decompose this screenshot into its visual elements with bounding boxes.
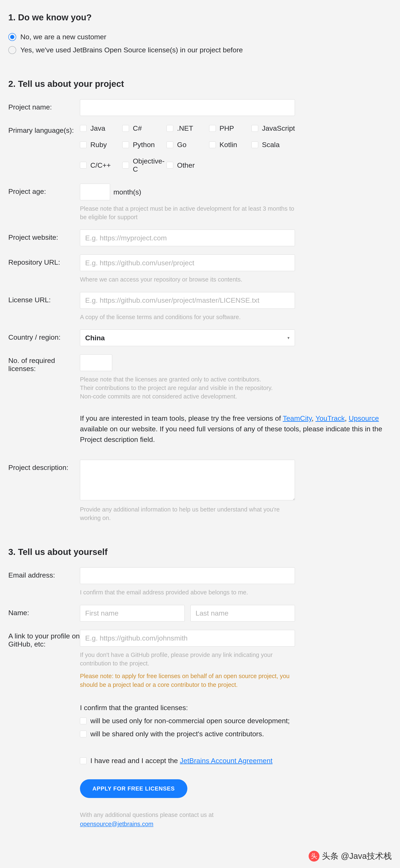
team-tools-note: If you are interested in team tools, ple… [80, 413, 386, 445]
checkbox-label: Scala [262, 141, 279, 149]
watermark: 头条 @Java技术栈 [309, 850, 392, 862]
confirm-noncommercial-checkbox[interactable]: will be used only for non-commercial ope… [80, 717, 295, 725]
agreement-text: I have read and I accept the JetBrains A… [90, 757, 272, 765]
num-licenses-input[interactable] [80, 354, 112, 371]
teamcity-link[interactable]: TeamCity [282, 414, 311, 422]
confirm-heading: I confirm that the granted licenses: [80, 704, 295, 712]
checkbox-icon [252, 142, 258, 148]
contact-info: With any additional questions please con… [80, 810, 295, 829]
checkbox-label: C# [133, 124, 142, 132]
profile-label: A link to your profile on GitHub, etc: [8, 630, 80, 648]
checkbox-label: Python [133, 141, 155, 149]
project-age-label: Project age: [8, 184, 80, 195]
language-checkbox[interactable]: PHP [209, 124, 249, 132]
checkbox-icon [167, 125, 173, 132]
confirm-shared-checkbox[interactable]: will be shared only with the project's a… [80, 730, 295, 738]
language-checkbox[interactable]: Objective-C [122, 157, 165, 173]
language-checkbox[interactable]: Go [167, 141, 207, 149]
language-checkbox[interactable]: JavaScript [252, 124, 295, 132]
radio-existing-customer[interactable]: Yes, we've used JetBrains Open Source li… [8, 46, 386, 54]
num-licenses-label: No. of required licenses: [8, 354, 80, 373]
months-label: month(s) [113, 188, 141, 196]
email-hint: I confirm that the email address provide… [80, 588, 295, 597]
section1-heading: 1. Do we know you? [8, 12, 386, 23]
checkbox-label: C/C++ [90, 161, 111, 169]
email-label: Email address: [8, 567, 80, 579]
contact-email-link[interactable]: opensource@jetbrains.com [80, 820, 153, 827]
language-checkbox[interactable]: Python [122, 141, 165, 149]
language-checkbox[interactable]: .NET [167, 124, 207, 132]
checkbox-icon [122, 142, 129, 148]
checkbox-label: Go [177, 141, 186, 149]
language-checkbox[interactable]: Scala [252, 141, 295, 149]
checkbox-icon [209, 125, 216, 132]
upsource-link[interactable]: Upsource [349, 414, 379, 422]
checkbox-icon [167, 142, 173, 148]
repo-hint: Where we can access your repository or b… [80, 275, 295, 284]
checkbox-label: Kotlin [220, 141, 237, 149]
name-label: Name: [8, 605, 80, 617]
youtrack-link[interactable]: YouTrack [315, 414, 345, 422]
checkbox-icon [122, 162, 129, 168]
checkbox-label: Objective-C [133, 157, 165, 173]
checkbox-label: Other [177, 161, 195, 169]
language-checkbox[interactable]: Other [167, 157, 207, 173]
radio-label: No, we are a new customer [20, 33, 106, 41]
website-input[interactable] [80, 229, 295, 246]
checkbox-icon [209, 142, 216, 148]
language-checkbox[interactable]: Java [80, 124, 120, 132]
section2-heading: 2. Tell us about your project [8, 79, 386, 89]
section3-heading: 3. Tell us about yourself [8, 547, 386, 557]
checkbox-icon [80, 142, 87, 148]
checkbox-label: PHP [220, 124, 234, 132]
language-checkbox[interactable]: C/C++ [80, 157, 120, 173]
agreement-link[interactable]: JetBrains Account Agreement [180, 757, 272, 765]
radio-label: Yes, we've used JetBrains Open Source li… [20, 46, 243, 54]
radio-new-customer[interactable]: No, we are a new customer [8, 33, 386, 41]
checkbox-icon [80, 718, 87, 724]
checkbox-icon [252, 125, 258, 132]
checkbox-label: JavaScript [262, 124, 295, 132]
age-hint: Please note that a project must be in ac… [80, 205, 295, 221]
checkbox-label: Java [90, 124, 105, 132]
project-name-label: Project name: [8, 99, 80, 111]
first-name-input[interactable] [80, 605, 185, 622]
checkbox-label: Ruby [90, 141, 107, 149]
checkbox-icon [80, 757, 87, 764]
checkbox-icon [80, 731, 87, 737]
country-label: Country / region: [8, 330, 80, 341]
section-yourself: 3. Tell us about yourself Email address:… [8, 547, 386, 829]
checkbox-label: .NET [177, 124, 193, 132]
language-checkbox[interactable]: Kotlin [209, 141, 249, 149]
country-select[interactable]: China [80, 330, 295, 346]
description-hint: Provide any additional information to he… [80, 505, 295, 522]
languages-grid: JavaC#.NETPHPJavaScriptRubyPythonGoKotli… [80, 124, 295, 173]
repo-label: Repository URL: [8, 254, 80, 266]
repo-input[interactable] [80, 254, 295, 271]
checkbox-icon [80, 125, 87, 132]
radio-icon [8, 46, 16, 54]
description-textarea[interactable] [80, 460, 295, 500]
customer-type-radio-group: No, we are a new customer Yes, we've use… [8, 33, 386, 54]
languages-label: Primary language(s): [8, 124, 80, 134]
license-url-input[interactable] [80, 292, 295, 309]
agreement-checkbox[interactable]: I have read and I accept the JetBrains A… [80, 757, 295, 765]
license-url-label: License URL: [8, 292, 80, 304]
language-checkbox[interactable]: C# [122, 124, 165, 132]
license-hint: A copy of the license terms and conditio… [80, 313, 295, 321]
section-project: 2. Tell us about your project Project na… [8, 79, 386, 522]
checkbox-icon [80, 162, 87, 168]
checkbox-icon [167, 162, 173, 168]
checkbox-icon [122, 125, 129, 132]
project-name-input[interactable] [80, 99, 295, 116]
language-checkbox[interactable]: Ruby [80, 141, 120, 149]
profile-hint: If you don't have a GitHub profile, plea… [80, 651, 295, 668]
last-name-input[interactable] [191, 605, 295, 622]
radio-icon [8, 33, 16, 41]
apply-button[interactable]: APPLY FOR FREE LICENSES [80, 779, 187, 798]
confirm-block: I confirm that the granted licenses: wil… [80, 704, 295, 738]
project-age-input[interactable] [80, 184, 110, 200]
email-input[interactable] [80, 567, 295, 584]
profile-warning: Please note: to apply for free licenses … [80, 672, 290, 689]
profile-input[interactable] [80, 630, 295, 647]
